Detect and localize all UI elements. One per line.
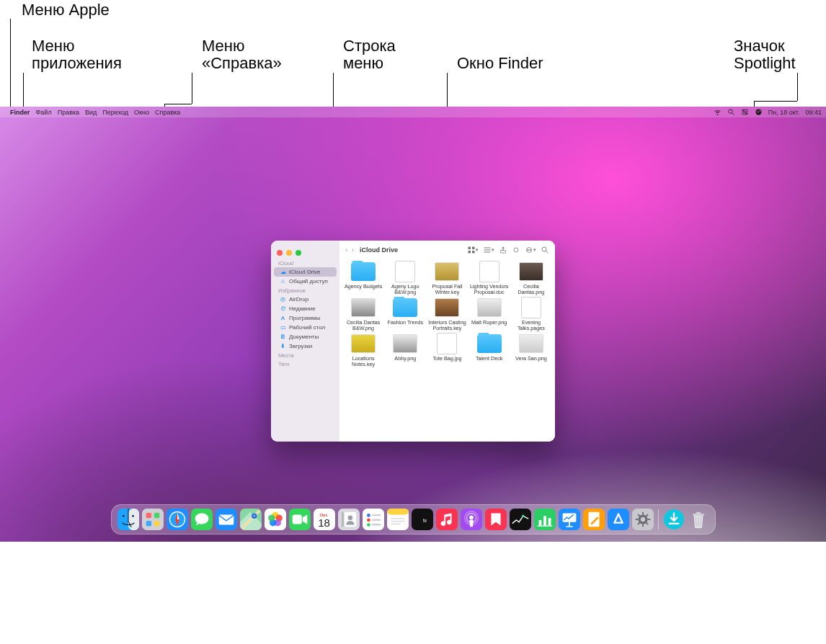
dock-keynote-icon[interactable] <box>559 509 580 530</box>
minimize-button[interactable] <box>286 250 292 256</box>
wifi-icon[interactable] <box>714 108 721 116</box>
dock-safari-icon[interactable] <box>166 509 188 530</box>
file-item[interactable]: Lighting Vendors Proposal.doc <box>470 261 509 295</box>
file-item[interactable]: Agency Budgets <box>344 261 383 295</box>
siri-icon[interactable] <box>755 108 763 116</box>
file-name: Proposal Fall Winter.key <box>427 284 466 295</box>
svg-point-55 <box>367 514 370 517</box>
file-item[interactable]: Fashion Trends <box>386 297 425 331</box>
file-name: Fashion Trends <box>388 320 424 326</box>
sidebar-item-label: AirDrop <box>289 296 308 303</box>
dock-podcasts-icon[interactable] <box>461 509 482 530</box>
sidebar-item-label: iCloud Drive <box>289 269 321 275</box>
spotlight-icon[interactable] <box>727 108 735 116</box>
file-item[interactable]: Tote Bag.jpg <box>427 333 466 367</box>
dock-system-preferences-icon[interactable] <box>632 509 654 530</box>
dock-facetime-icon[interactable] <box>289 509 311 530</box>
tag-icon[interactable] <box>512 246 520 254</box>
svg-point-53 <box>347 515 352 520</box>
dock-notes-icon[interactable] <box>387 509 409 530</box>
dock-photos-icon[interactable] <box>265 509 286 530</box>
file-item[interactable]: Matt Roper.png <box>470 297 509 331</box>
file-item[interactable]: Locations Notes.key <box>344 333 383 367</box>
action-icon[interactable]: ▾ <box>525 246 536 254</box>
file-thumbnail <box>350 261 376 282</box>
file-item[interactable]: Evening Talks.pages <box>512 297 551 331</box>
view-icon[interactable]: ▾ <box>467 246 479 254</box>
dock-maps-icon[interactable] <box>240 509 262 530</box>
svg-rect-8 <box>472 246 475 249</box>
svg-rect-10 <box>472 251 475 254</box>
zoom-button[interactable] <box>296 250 301 256</box>
dock-tv-icon[interactable]: tv <box>412 509 433 530</box>
svg-rect-52 <box>341 512 344 527</box>
share-icon[interactable] <box>499 246 507 254</box>
menubar-time[interactable]: 09:41 <box>805 109 822 116</box>
dock-appstore-icon[interactable] <box>608 509 629 530</box>
callout-apple-menu: Меню Apple <box>22 1 110 19</box>
sidebar-section-header: Теги <box>271 359 339 368</box>
svg-rect-9 <box>468 251 471 254</box>
back-button[interactable]: ‹ <box>345 246 347 254</box>
dock-news-icon[interactable] <box>485 509 507 530</box>
app-menu[interactable]: Finder <box>10 109 30 116</box>
dock-stocks-icon[interactable] <box>510 509 531 530</box>
svg-rect-23 <box>128 509 139 530</box>
file-thumbnail <box>518 297 544 318</box>
dock-contacts-icon[interactable] <box>338 509 360 530</box>
close-button[interactable] <box>277 250 283 256</box>
menubar-date[interactable]: Пн, 18 окт. <box>768 109 800 116</box>
file-item[interactable]: Cecilia Dantas.png <box>512 261 551 295</box>
file-item[interactable]: Talent Deck <box>470 333 509 367</box>
dock-area: Окт.18tv <box>0 504 826 535</box>
file-name: Abby.png <box>394 356 416 362</box>
file-item[interactable]: Cecilia Dantas B&W.png <box>344 297 383 331</box>
dock-reminders-icon[interactable] <box>363 509 384 530</box>
file-thumbnail <box>518 333 544 354</box>
sidebar-item[interactable]: ▭Рабочий стол <box>274 323 337 332</box>
file-name: Cecilia Dantas B&W.png <box>344 320 383 331</box>
file-name: Cecilia Dantas.png <box>512 284 551 295</box>
sidebar-item[interactable]: 🗎Документы <box>274 332 337 341</box>
svg-rect-102 <box>696 512 701 514</box>
dock-launchpad-icon[interactable] <box>142 509 164 530</box>
svg-point-17 <box>528 249 530 251</box>
dock-numbers-icon[interactable] <box>534 509 556 530</box>
file-item[interactable]: Interiors Casting Portraits.key <box>427 297 466 331</box>
finder-files: Agency BudgetsAgeny Logo B&W.pngProposal… <box>339 259 555 442</box>
dock-pages-icon[interactable] <box>583 509 605 530</box>
sidebar-item[interactable]: ⏱Недавние <box>274 304 337 313</box>
file-item[interactable]: Abby.png <box>386 333 425 367</box>
menu-file[interactable]: Файл <box>36 109 52 116</box>
dock-calendar-icon[interactable]: Окт.18 <box>314 509 335 530</box>
control-center-icon[interactable] <box>741 108 749 116</box>
search-icon[interactable] <box>541 246 549 254</box>
dock-messages-icon[interactable] <box>191 509 213 530</box>
finder-window[interactable]: iCloud☁iCloud Drive⌂Общий доступИзбранно… <box>271 241 555 442</box>
file-item[interactable]: Proposal Fall Winter.key <box>427 261 466 295</box>
menu-help[interactable]: Справка <box>155 109 180 116</box>
menu-go[interactable]: Переход <box>102 109 128 116</box>
dock-mail-icon[interactable] <box>216 509 237 530</box>
sidebar-item[interactable]: ☁iCloud Drive <box>274 267 337 277</box>
file-item[interactable]: Vera San.png <box>512 333 551 367</box>
dock-music-icon[interactable] <box>436 509 458 530</box>
file-thumbnail <box>476 333 502 354</box>
menu-window[interactable]: Окно <box>134 109 149 116</box>
dock-trash-icon[interactable] <box>688 509 709 530</box>
callout-finder-window: Окно Finder <box>457 55 543 72</box>
menu-view[interactable]: Вид <box>85 109 97 116</box>
file-item[interactable]: Ageny Logo B&W.png <box>386 261 425 295</box>
group-icon[interactable]: ▾ <box>483 246 494 254</box>
svg-rect-68 <box>436 509 458 530</box>
menu-edit[interactable]: Правка <box>58 109 79 116</box>
sidebar-item[interactable]: AПрограммы <box>274 313 337 323</box>
dock-finder-icon[interactable] <box>117 509 139 530</box>
sidebar-item-label: Общий доступ <box>289 278 328 285</box>
forward-button[interactable]: › <box>352 246 354 254</box>
sidebar-item[interactable]: ◎AirDrop <box>274 295 337 304</box>
dock-downloads-icon[interactable] <box>663 509 685 530</box>
sidebar-item[interactable]: ⬇Загрузки <box>274 341 337 351</box>
svg-rect-28 <box>154 513 159 519</box>
sidebar-item[interactable]: ⌂Общий доступ <box>274 277 337 286</box>
